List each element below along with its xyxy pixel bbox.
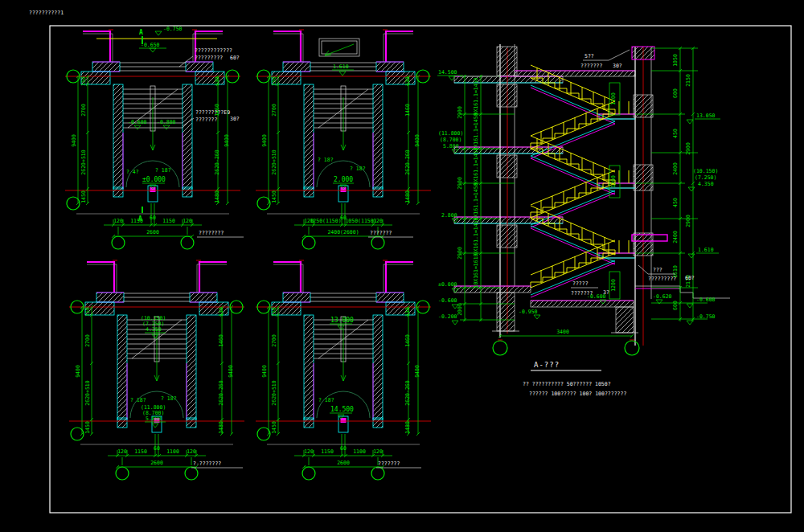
elevation-label: 4.350 <box>146 326 162 333</box>
dim-total-label: 3400 <box>556 329 569 335</box>
elevation-label: 13.050 <box>696 113 716 119</box>
dim-label: 1050 <box>672 54 679 67</box>
dim-label: 120 <box>304 448 314 455</box>
stair-direction-label: ? 4? <box>126 169 139 175</box>
elevation-label: (8.700) <box>440 137 461 143</box>
dim-label: 10X161=1610 <box>473 253 479 288</box>
elevation-label: -0.620 <box>653 293 672 300</box>
annotation-tag: 60? <box>230 55 240 61</box>
elevation-label: 2.000 <box>334 176 353 183</box>
section-marker-top: A <box>139 29 143 36</box>
plan-title: ?-??????? <box>193 460 221 467</box>
stair-direction-label: ? 18? <box>318 157 334 163</box>
stair-plan-top-left: A -0.750 -0.650 ???????????? ????????? 6… <box>65 26 244 249</box>
dim-label: 1250(1150) <box>310 218 341 224</box>
dim-label: 2900 <box>457 177 463 190</box>
elevation-label: -0.600 <box>696 297 716 303</box>
annotation: ??????? <box>571 290 593 297</box>
stair-direction-label: ? 18? <box>318 397 334 403</box>
annotation: ??????? <box>580 63 602 69</box>
elevation-label: (11.800) <box>438 130 463 137</box>
stair-plan-bottom-middle: 13.000 ? 18? 14.500 120 1150 60 1100 120… <box>256 260 431 480</box>
cad-drawing-canvas: 150 2700 2620+510 1450 9400 130 1460 262… <box>0 0 804 532</box>
dim-label: 2900 <box>685 215 691 227</box>
stair-direction-label: ? 18? <box>350 166 366 172</box>
drawing-svg: 150 2700 2620+510 1450 9400 130 1460 262… <box>0 0 804 532</box>
annotation-tag: 30? <box>613 63 622 69</box>
annotation: ??????? <box>195 117 217 123</box>
dim-label: 1150 <box>130 218 143 224</box>
dim-label: 60 <box>154 445 160 452</box>
window-tag: 1200 <box>610 92 617 105</box>
dim-label: 2400 <box>672 162 679 175</box>
dim-label: 60 <box>150 215 156 221</box>
dim-label: 1100 <box>166 448 179 455</box>
dim-label: 450 <box>672 129 679 138</box>
general-note: ?? ?????????? 50?????? 1050? <box>523 381 611 387</box>
dim-label: 2150 <box>685 74 691 87</box>
elevation-label: -0.200 <box>438 313 457 320</box>
elevation-label: -0.600 <box>128 119 147 125</box>
dim-label: 9X161.1=1450 <box>473 113 479 150</box>
stair-section-a-a: 3400 9X161.1=1450 9X161.1=1450 9X161.1=1… <box>437 44 730 397</box>
elevation-label: 14.500 <box>438 69 457 76</box>
dim-label: 1150 <box>162 218 175 224</box>
elevation-label: 1.610 <box>698 247 714 253</box>
elevation-label: 1.610 <box>333 63 349 70</box>
dim-label: 60 <box>340 445 347 452</box>
annotation: 5?? <box>585 53 594 59</box>
elevation-label: ±0.000 <box>438 281 457 288</box>
dim-label: 9X161.1=1450 <box>473 77 479 115</box>
dim-total-label: 2600 <box>337 460 350 466</box>
dim-label: 2900 <box>457 106 463 119</box>
elevation-label: -0.750 <box>696 313 716 320</box>
window-tag: 1200 <box>610 279 617 292</box>
dim-label: 120 <box>113 218 123 224</box>
elevation-label: -0.750 <box>163 26 183 32</box>
dim-label: 2400 <box>672 231 679 243</box>
dim-label: 2900 <box>685 142 691 155</box>
section-title: A-??? <box>534 361 560 369</box>
dim-label: 1100 <box>353 448 366 455</box>
elevation-label: -0.650 <box>141 42 160 48</box>
elevation-label: ±0.000 <box>142 176 166 183</box>
stair-plan-top-middle: 1.610 ? 18? ? 18? 2.000 120 1250(1150) 6… <box>256 30 431 249</box>
dim-label: 600 <box>672 301 679 310</box>
dim-label: 120 <box>117 448 127 455</box>
dim-label: 1150 <box>134 448 147 455</box>
dim-label: 600 <box>672 88 679 98</box>
dim-label: 2900 <box>457 247 463 260</box>
elevation-label: -0.600 <box>438 297 457 304</box>
elevation-label: -0.800 <box>157 119 176 125</box>
annotation: ???????????? <box>195 47 232 54</box>
dim-label: 120 <box>373 448 383 455</box>
annotation-tag: 30? <box>230 116 240 122</box>
annotation-tag: 3? <box>603 289 609 296</box>
annotation: ????????? <box>195 55 223 61</box>
dim-label: 9X161.1=1450 <box>473 217 479 255</box>
annotation: ????????? <box>648 276 676 282</box>
dim-label: 120 <box>183 218 192 224</box>
stair-plan-bottom-left: (10.150) (7.250) 4.350 ? 18? ? 18? (11.8… <box>69 260 244 480</box>
elevation-label: (10.150) <box>693 168 718 174</box>
elevation-label: 5.800 <box>443 143 459 149</box>
elevation-label: (7.250) <box>695 174 716 181</box>
window-tag: 1200 <box>610 175 617 188</box>
annotation-tag: 60? <box>685 275 695 281</box>
dim-label: 9X161.1=1450 <box>473 182 479 220</box>
elevation-label: 13.000 <box>330 317 354 324</box>
dim-total-label: 2400(2600) <box>327 229 359 235</box>
dim-label: 9X161.1=1450 <box>473 147 479 185</box>
stair-direction-label: ? 18? <box>161 395 177 402</box>
elevation-label: 4.350 <box>698 181 714 187</box>
dim-total-label: 2600 <box>146 229 159 235</box>
annotation: ?????????E9 <box>195 109 230 116</box>
dim-label: 120 <box>373 218 383 224</box>
dim-label: 1150 <box>321 448 334 455</box>
corner-note: ??????????1 <box>29 10 64 16</box>
dim-total-label: 2600 <box>150 460 163 466</box>
plan-title: ???????? <box>199 230 224 236</box>
elevation-label: 2.800 <box>441 212 457 219</box>
elevation-label: -0.950 <box>519 309 538 315</box>
plan-title: ??????? <box>378 460 400 467</box>
